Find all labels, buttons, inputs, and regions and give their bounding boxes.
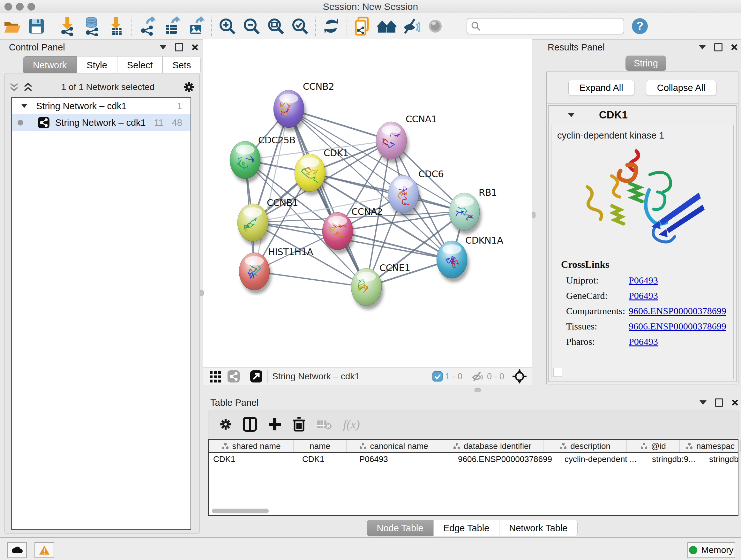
horizontal-scrollbar[interactable] <box>212 509 269 513</box>
crosslink-link[interactable]: P06493 <box>629 275 658 286</box>
panel-menu-caret-icon[interactable] <box>699 45 706 50</box>
float-panel-icon[interactable] <box>175 43 183 51</box>
network-node-HIST1H1A[interactable] <box>239 253 272 294</box>
clone-network-icon[interactable] <box>352 16 373 37</box>
table-cell[interactable]: CDK1 <box>209 453 298 465</box>
help-icon[interactable]: ? <box>632 18 648 34</box>
network-node-CDK1[interactable] <box>294 154 327 195</box>
gene-section-header[interactable]: CDK1 <box>549 106 736 124</box>
column-header-description[interactable]: description <box>543 440 627 452</box>
search-input[interactable] <box>481 19 623 33</box>
hidden-eye-icon[interactable] <box>472 371 484 382</box>
table-row[interactable]: CDK1CDK1P064939606.ENSP00000378699cyclin… <box>209 453 738 465</box>
column-header-canonical-name[interactable]: canonical name <box>347 440 441 452</box>
node-label-CCNB1: CCNB1 <box>267 197 298 208</box>
grid-overview-icon[interactable] <box>209 370 222 383</box>
left-splitter-handle[interactable] <box>200 290 204 296</box>
collapse-all-button[interactable]: Collapse All <box>646 80 717 96</box>
warning-status-button[interactable] <box>35 542 54 558</box>
expand-all-button[interactable]: Expand All <box>568 80 634 96</box>
network-node-CDKN1A[interactable] <box>436 241 469 282</box>
tab-node-table[interactable]: Node Table <box>367 520 433 537</box>
close-panel-icon[interactable] <box>192 44 199 51</box>
network-node-CDC25B[interactable] <box>230 141 262 183</box>
import-table-file-icon[interactable] <box>106 16 126 37</box>
column-header-namespac[interactable]: namespac <box>680 440 741 452</box>
network-node-CCNB2[interactable] <box>273 90 306 132</box>
network-node-CCNE1[interactable] <box>351 268 384 310</box>
zoom-out-icon[interactable] <box>241 16 262 37</box>
network-edge[interactable] <box>289 109 366 287</box>
close-panel-icon[interactable] <box>731 44 738 51</box>
crosslink-link[interactable]: 9606.ENSP00000378699 <box>629 321 726 332</box>
delete-column-icon[interactable] <box>293 417 306 432</box>
open-session-icon[interactable] <box>2 16 22 37</box>
title-bar: Session: New Session <box>0 0 741 13</box>
column-header--id[interactable]: @id <box>627 440 680 452</box>
zoom-in-icon[interactable] <box>217 16 238 37</box>
tab-select[interactable]: Select <box>117 56 163 74</box>
tab-sets[interactable]: Sets <box>162 56 201 74</box>
table-cell[interactable]: stringdb <box>704 453 741 465</box>
horizontal-splitter-handle[interactable] <box>475 388 481 392</box>
network-options-gear-icon[interactable] <box>183 81 195 93</box>
cloud-status-button[interactable] <box>7 542 27 558</box>
zoom-selected-icon[interactable] <box>290 16 310 37</box>
zoom-fit-icon[interactable] <box>266 16 286 37</box>
memory-button[interactable]: Memory <box>687 542 735 558</box>
show-all-views-icon[interactable] <box>377 16 397 37</box>
crosslink-link[interactable]: P06493 <box>629 290 658 301</box>
tab-network-table[interactable]: Network Table <box>499 520 577 537</box>
float-panel-icon[interactable] <box>714 43 723 51</box>
column-header-name[interactable]: name <box>293 440 347 452</box>
close-panel-icon[interactable] <box>731 399 738 406</box>
panel-menu-caret-icon[interactable] <box>159 45 166 50</box>
import-network-file-icon[interactable] <box>57 16 78 37</box>
expand-all-icon[interactable] <box>23 82 33 92</box>
gene-expand-caret-icon[interactable] <box>568 113 575 117</box>
save-session-icon[interactable] <box>26 16 47 37</box>
crosslink-link[interactable]: 9606.ENSP00000378699 <box>629 306 726 316</box>
column-visibility-icon[interactable] <box>243 417 257 432</box>
selected-checkbox-icon[interactable] <box>432 371 443 381</box>
crosslink-link[interactable]: P06493 <box>629 336 658 347</box>
network-canvas[interactable]: CCNB2CCNA1CDC25BCDK1CDC6RB1CCNB1CCNA2CDK… <box>203 39 532 368</box>
refresh-view-icon[interactable] <box>321 16 341 37</box>
table-cell[interactable]: CDK1 <box>298 453 355 465</box>
hierarchy-icon <box>559 442 567 450</box>
tab-network[interactable]: Network <box>23 56 77 74</box>
network-node-RB1[interactable] <box>449 193 482 234</box>
crosslink-label: Compartments: <box>566 306 629 316</box>
column-header-database-identifier[interactable]: database identifier <box>441 440 543 452</box>
import-network-database-icon[interactable] <box>82 16 102 37</box>
network-node-CCNB1[interactable] <box>238 204 270 245</box>
panel-menu-caret-icon[interactable] <box>699 400 706 405</box>
table-cell[interactable]: 9606.ENSP00000378699 <box>454 453 560 465</box>
warning-icon <box>39 545 50 555</box>
export-image-icon[interactable] <box>186 16 206 37</box>
birdseye-icon[interactable] <box>512 369 527 384</box>
export-table-icon[interactable] <box>161 16 182 37</box>
add-column-icon[interactable] <box>268 417 282 432</box>
network-node-CCNA2[interactable] <box>322 212 355 254</box>
settings-gear-icon[interactable] <box>219 418 232 431</box>
tab-string[interactable]: String <box>625 56 666 71</box>
float-panel-icon[interactable] <box>715 398 723 407</box>
node-table[interactable]: shared namenamecanonical namedatabase id… <box>208 439 738 516</box>
search-box[interactable] <box>467 18 624 35</box>
table-cell[interactable]: P06493 <box>355 453 454 465</box>
network-node-CDC6[interactable] <box>388 175 421 217</box>
export-network-icon[interactable] <box>137 16 158 37</box>
open-in-new-window-icon[interactable] <box>250 370 263 383</box>
share-gray-icon[interactable] <box>227 370 240 383</box>
network-collection-row[interactable]: String Network – cdk1 1 <box>12 98 191 114</box>
table-cell[interactable]: cyclin-dependent ... <box>560 453 648 465</box>
collapse-all-icon[interactable] <box>9 82 19 92</box>
table-cell[interactable]: stringdb:9... <box>648 453 704 465</box>
tab-edge-table[interactable]: Edge Table <box>433 520 499 537</box>
collection-expand-caret-icon[interactable] <box>21 104 27 108</box>
hide-view-icon[interactable] <box>401 16 421 37</box>
tab-style[interactable]: Style <box>77 56 117 74</box>
network-row-selected[interactable]: String Network – cdk1 11 48 <box>12 114 191 131</box>
column-header-shared-name[interactable]: shared name <box>209 440 293 452</box>
